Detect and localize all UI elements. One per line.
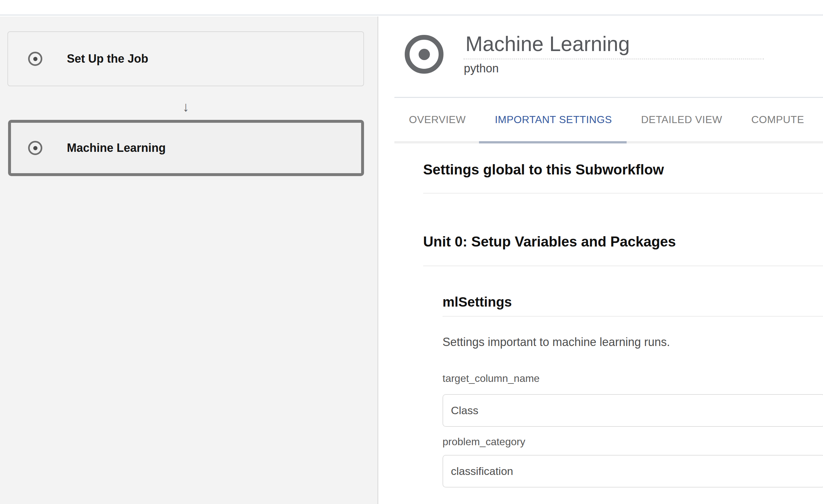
step-label: Machine Learning bbox=[67, 141, 166, 155]
flow-down-arrow-icon: ↓ bbox=[0, 94, 371, 120]
field-label-target-column-name: target_column_name bbox=[443, 372, 540, 384]
tab-important-settings[interactable]: IMPORTANT SETTINGS bbox=[480, 114, 627, 126]
title-dotted-underline bbox=[464, 58, 764, 59]
radio-icon bbox=[28, 52, 42, 66]
section-title-global-settings: Settings global to this Subworkflow bbox=[423, 162, 664, 177]
radio-dot-icon bbox=[33, 146, 37, 150]
field-label-problem-category: problem_category bbox=[443, 436, 525, 448]
tab-compute[interactable]: COMPUTE bbox=[737, 114, 819, 126]
radio-icon bbox=[28, 141, 42, 155]
target-circle-icon bbox=[405, 35, 444, 74]
workflow-step-set-up-the-job[interactable]: Set Up the Job bbox=[7, 31, 364, 86]
workflow-step-machine-learning[interactable]: Machine Learning bbox=[8, 120, 364, 176]
tab-detailed-view[interactable]: DETAILED VIEW bbox=[627, 114, 737, 126]
detail-panel: Machine Learning python OVERVIEW IMPORTA… bbox=[379, 16, 823, 504]
target-circle-dot-icon bbox=[419, 49, 430, 60]
problem-category-input[interactable] bbox=[443, 455, 823, 488]
settings-group-title: mlSettings bbox=[443, 295, 512, 310]
section-title-unit-0: Unit 0: Setup Variables and Packages bbox=[423, 234, 676, 249]
settings-group-description: Settings important to machine learning r… bbox=[443, 336, 670, 349]
tab-overview[interactable]: OVERVIEW bbox=[394, 114, 480, 126]
radio-dot-icon bbox=[33, 57, 37, 61]
page-title[interactable]: Machine Learning bbox=[465, 34, 630, 54]
group-divider bbox=[443, 316, 823, 317]
section-divider bbox=[423, 266, 823, 266]
active-tab-indicator bbox=[479, 141, 627, 143]
section-divider bbox=[423, 193, 823, 193]
top-toolbar bbox=[0, 0, 823, 15]
tab-bar: OVERVIEW IMPORTANT SETTINGS DETAILED VIE… bbox=[394, 98, 823, 141]
page-subtitle: python bbox=[464, 63, 499, 74]
target-column-name-input[interactable] bbox=[443, 394, 823, 427]
step-label: Set Up the Job bbox=[67, 52, 148, 65]
workflow-panel: Set Up the Job ↓ Machine Learning bbox=[0, 16, 378, 504]
